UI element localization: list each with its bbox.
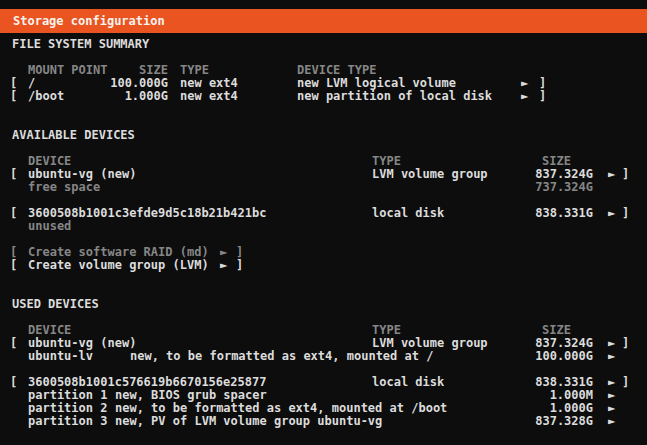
device-type-cell: new partition of local disk: [297, 90, 492, 103]
bracket-close: ]: [622, 168, 629, 181]
device-detail-cell: unused: [28, 220, 71, 233]
bracket-close: ]: [622, 337, 629, 350]
section-title-available-devices: AVAILABLE DEVICES: [0, 129, 647, 142]
bracket-open: [: [10, 337, 17, 350]
create-volume-group-button[interactable]: [Create volume group (LVM)►]: [0, 259, 647, 272]
bracket-open: [: [10, 168, 17, 181]
bracket-close: ]: [622, 376, 629, 389]
available-row-local-disk[interactable]: [3600508b1001c3efde9d5c18b21b421bclocal …: [0, 207, 647, 220]
button-arrow-icon[interactable]: ►: [220, 259, 227, 272]
button-label: Create volume group (LVM): [28, 259, 209, 272]
section-title-file-system-summary: FILE SYSTEM SUMMARY: [0, 38, 647, 51]
device-cell: partition 3: [28, 415, 107, 428]
bracket-close: ]: [236, 259, 243, 272]
available-row-unused: unused: [0, 220, 647, 233]
bracket-close: ]: [622, 207, 629, 220]
section-title: FILE SYSTEM SUMMARY: [12, 38, 149, 51]
type-cell: new ext4: [180, 90, 238, 103]
mount-point-cell: /boot: [28, 90, 64, 103]
type-cell: local disk: [372, 376, 444, 389]
bracket-open: [: [10, 90, 17, 103]
available-row-free-space: free space737.324G: [0, 181, 647, 194]
bracket-close: ]: [539, 90, 546, 103]
device-detail-cell: new, PV of LVM volume group ubuntu-vg: [115, 415, 382, 428]
installer-terminal-screen: Storage configuration FILE SYSTEM SUMMAR…: [0, 0, 647, 445]
type-cell: LVM volume group: [372, 168, 488, 181]
size-cell: 837.328G: [535, 415, 593, 428]
device-detail-cell: new, to be formatted as ext4, mounted at…: [130, 350, 433, 363]
device-cell: ubuntu-lv: [28, 350, 93, 363]
size-cell: 100.000G: [535, 350, 593, 363]
used-row-partition-3[interactable]: partition 3new, PV of LVM volume group u…: [0, 415, 647, 428]
size-cell: 1.000G: [125, 90, 168, 103]
row-menu-arrow-icon[interactable]: ►: [608, 350, 615, 363]
window-title-bar: Storage configuration: [0, 9, 647, 33]
page-title: Storage configuration: [0, 14, 165, 28]
used-row-ubuntu-lv[interactable]: ubuntu-lvnew, to be formatted as ext4, m…: [0, 350, 647, 363]
type-cell: local disk: [372, 207, 444, 220]
col-header-mount-point: MOUNT POINT: [28, 64, 107, 77]
size-cell: 838.331G: [535, 207, 593, 220]
section-title: AVAILABLE DEVICES: [12, 129, 135, 142]
row-menu-arrow-icon[interactable]: ►: [521, 90, 528, 103]
bracket-open: [: [10, 259, 17, 272]
bracket-open: [: [10, 376, 17, 389]
row-menu-arrow-icon[interactable]: ►: [608, 207, 615, 220]
device-detail-cell: free space: [28, 181, 100, 194]
bracket-open: [: [10, 207, 17, 220]
row-menu-arrow-icon[interactable]: ►: [608, 415, 615, 428]
size-cell: 737.324G: [535, 181, 593, 194]
section-title-used-devices: USED DEVICES: [0, 298, 647, 311]
section-title: USED DEVICES: [12, 298, 99, 311]
row-menu-arrow-icon[interactable]: ►: [608, 168, 615, 181]
fs-row-boot[interactable]: [/boot1.000Gnew ext4new partition of loc…: [0, 90, 647, 103]
